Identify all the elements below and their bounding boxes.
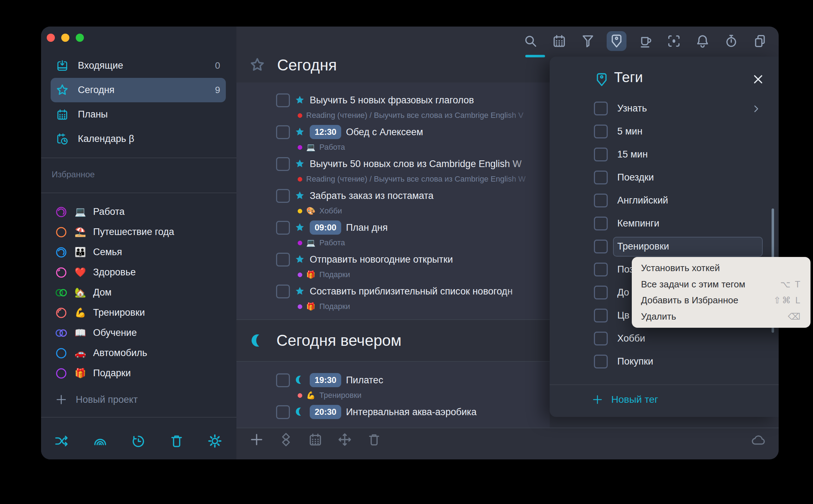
time-badge: 12:30 — [310, 125, 341, 139]
task-checkbox[interactable] — [276, 405, 290, 419]
minimize-window-button[interactable] — [61, 34, 69, 42]
sidebar-divider — [41, 193, 236, 193]
project-emoji: 💪 — [306, 391, 315, 400]
project-progress-ring — [55, 266, 68, 279]
text-fade-overlay — [504, 82, 550, 319]
mug-icon[interactable] — [635, 31, 655, 51]
rainbow-icon[interactable] — [92, 433, 108, 449]
project-item-work[interactable]: 💻 Работа — [51, 202, 227, 222]
task-checkbox[interactable] — [276, 373, 290, 387]
priority-dot — [298, 393, 302, 398]
tag-row-uznat[interactable]: Узнать — [594, 97, 763, 120]
focus-icon[interactable] — [664, 31, 684, 51]
tag-checkbox[interactable] — [594, 102, 608, 115]
calendar-icon[interactable] — [549, 31, 569, 51]
cloud-sync-icon[interactable] — [751, 432, 766, 447]
project-item-workouts[interactable]: 💪 Тренировки — [51, 303, 227, 323]
task-project: Подарки — [319, 270, 350, 279]
menu-item-all-tasks-with-tag[interactable]: Все задачи с этим тегом ⌥ T — [632, 276, 811, 293]
new-project-button[interactable]: Новый проект — [51, 390, 138, 410]
new-tag-button[interactable]: Новый тег — [591, 390, 658, 409]
task-project: Работа — [319, 143, 345, 152]
today-star-icon — [294, 222, 305, 233]
project-item-travel[interactable]: ⛱️ Путешествие года — [51, 222, 227, 242]
project-item-learning[interactable]: 📖 Обучение — [51, 323, 227, 343]
tag-checkbox[interactable] — [594, 332, 608, 345]
tag-label: Тренировки — [617, 241, 669, 252]
tag-checkbox[interactable] — [594, 309, 608, 322]
project-item-family[interactable]: 👪 Семья — [51, 242, 227, 262]
bell-icon[interactable] — [693, 31, 712, 51]
trash-icon[interactable] — [168, 433, 185, 449]
shuffle-icon[interactable] — [54, 433, 70, 449]
tag-checkbox[interactable] — [594, 263, 608, 276]
project-name: Семья — [93, 247, 122, 258]
tag-row[interactable]: Кемпинги — [594, 212, 763, 235]
scroll-indicator-dash — [525, 55, 545, 57]
close-window-button[interactable] — [47, 34, 55, 42]
add-task-icon[interactable] — [249, 432, 264, 447]
filter-icon[interactable] — [578, 31, 598, 51]
tag-row[interactable]: 15 мин — [594, 143, 763, 166]
gear-icon[interactable] — [207, 433, 223, 449]
task-title: Выучить 5 новых фразовых глаголов — [310, 95, 474, 106]
tags-icon[interactable] — [607, 31, 626, 51]
tag-checkbox[interactable] — [594, 125, 608, 138]
tag-row-selected[interactable]: Тренировки — [594, 235, 763, 258]
task-checkbox[interactable] — [276, 125, 290, 139]
tag-checkbox[interactable] — [594, 148, 608, 161]
tag-edit-box[interactable]: Тренировки — [613, 237, 763, 257]
trash-icon[interactable] — [366, 432, 382, 447]
today-star-icon — [294, 286, 305, 297]
tag-row[interactable]: Поездки — [594, 166, 763, 189]
tag-checkbox[interactable] — [594, 240, 608, 253]
task-checkbox[interactable] — [276, 221, 290, 235]
schedule-icon[interactable] — [308, 432, 323, 447]
tag-checkbox[interactable] — [594, 286, 608, 299]
sidebar-item-calendar-beta[interactable]: Календарь β — [51, 127, 226, 151]
plus-icon — [55, 393, 68, 406]
menu-item-set-hotkey[interactable]: Установить хоткей — [632, 260, 811, 276]
project-item-gifts[interactable]: 🎁 Подарки — [51, 363, 227, 383]
chevron-right-icon[interactable] — [750, 103, 762, 115]
tag-label: До — [617, 287, 629, 298]
tag-layers-icon[interactable] — [278, 432, 294, 447]
project-item-health[interactable]: ❤️ Здоровье — [51, 262, 227, 282]
time-badge: 09:00 — [310, 220, 341, 235]
sidebar-item-plans[interactable]: Планы — [51, 102, 226, 127]
sidebar-item-inbox[interactable]: Входящие 0 — [51, 53, 226, 78]
sidebar-divider — [41, 417, 236, 418]
task-checkbox[interactable] — [276, 253, 290, 267]
tag-checkbox[interactable] — [594, 217, 608, 230]
favorites-project-list: 💻 Работа ⛱️ Путешествие года 👪 Семья ❤️ … — [51, 202, 227, 383]
search-icon[interactable] — [521, 31, 540, 51]
close-icon[interactable] — [749, 70, 768, 89]
tag-row[interactable]: 5 мин — [594, 120, 763, 143]
sidebar-item-today[interactable]: Сегодня 9 — [51, 78, 226, 102]
tag-row[interactable]: Английский — [594, 189, 763, 212]
app-window: Входящие 0 Сегодня 9 Планы — [41, 27, 779, 459]
copy-icon[interactable] — [750, 31, 770, 51]
history-icon[interactable] — [130, 433, 147, 449]
task-checkbox[interactable] — [276, 93, 290, 107]
menu-item-add-to-favorites[interactable]: Добавить в Избранное ⇧⌘ L — [632, 292, 811, 309]
star-outline-icon — [250, 57, 265, 73]
menu-item-delete[interactable]: Удалить ⌫ — [632, 309, 811, 325]
favorites-heading: Избранное — [52, 170, 95, 179]
tag-label: Кемпинги — [617, 218, 659, 229]
tag-row[interactable]: Хобби — [594, 327, 763, 350]
zoom-window-button[interactable] — [76, 34, 84, 42]
tag-checkbox[interactable] — [594, 194, 608, 207]
task-title: Пилатес — [346, 375, 383, 386]
tag-checkbox[interactable] — [594, 355, 608, 368]
task-checkbox[interactable] — [276, 285, 290, 298]
tag-checkbox[interactable] — [594, 171, 608, 184]
tag-row[interactable]: Покупки — [594, 350, 763, 373]
task-checkbox[interactable] — [276, 157, 290, 171]
project-item-home[interactable]: 🏡 Дом — [51, 282, 227, 303]
task-checkbox[interactable] — [276, 189, 290, 203]
stopwatch-icon[interactable] — [721, 31, 741, 51]
project-item-car[interactable]: 🚗 Автомобиль — [51, 343, 227, 363]
task-project: Хобби — [319, 206, 342, 216]
move-icon[interactable] — [337, 432, 353, 447]
